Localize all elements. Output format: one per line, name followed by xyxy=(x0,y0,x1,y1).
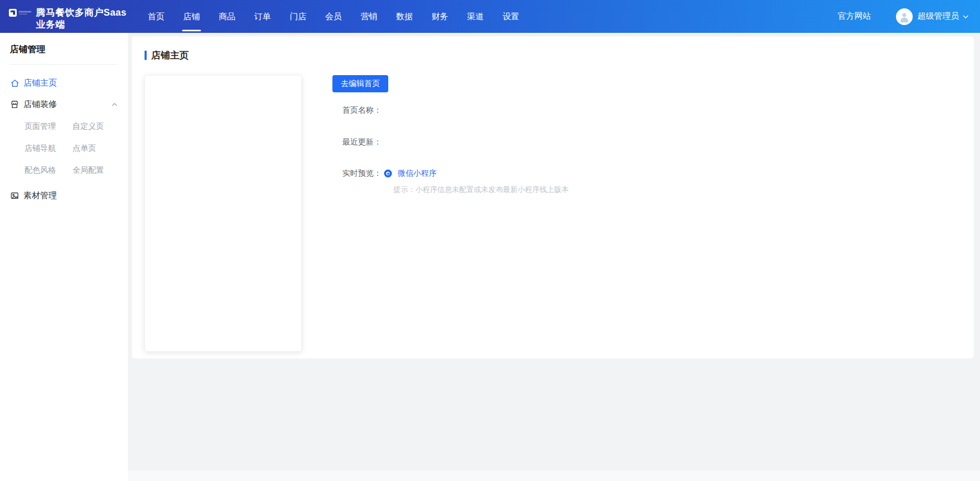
page-body: 店铺管理 店铺主页 店铺装修 xyxy=(0,33,980,481)
logo-icon xyxy=(9,9,17,17)
nav-item-orders[interactable]: 订单 xyxy=(253,0,272,33)
homepage-detail: 去编辑首页 首页名称： 最近更新： 实时预览： 微信小程序 提示：小程序信息未配… xyxy=(332,75,569,352)
nav-item-finance[interactable]: 财务 xyxy=(431,0,449,33)
brand: 腾马餐饮多商户Saas业务端 xyxy=(0,3,128,31)
logo-subtext xyxy=(19,11,31,15)
nav-item-settings[interactable]: 设置 xyxy=(501,0,520,33)
nav-item-data[interactable]: 数据 xyxy=(395,0,414,33)
home-name-label: 首页名称： xyxy=(342,105,569,115)
app-title: 腾马餐饮多商户Saas业务端 xyxy=(36,7,128,31)
image-icon xyxy=(10,191,19,200)
store-icon xyxy=(10,100,19,109)
edit-homepage-button[interactable]: 去编辑首页 xyxy=(332,75,388,92)
official-website-link[interactable]: 官方网站 xyxy=(838,11,871,22)
home-icon xyxy=(10,78,19,88)
chevron-down-icon[interactable] xyxy=(963,15,969,19)
nav-item-channels[interactable]: 渠道 xyxy=(466,0,485,33)
realtime-preview-row: 实时预览： 微信小程序 xyxy=(342,169,569,178)
sub-item-color-style[interactable]: 配色风格 xyxy=(25,165,73,175)
chevron-up-icon[interactable] xyxy=(112,103,117,106)
realtime-preview-label: 实时预览： xyxy=(342,169,381,178)
header-right: 官方网站 超级管理员 xyxy=(838,8,980,25)
user-icon xyxy=(899,11,910,22)
section-title: 店铺主页 xyxy=(145,49,974,62)
homepage-preview-panel xyxy=(145,75,302,352)
sub-item-order-page[interactable]: 点单页 xyxy=(73,143,117,153)
sidebar-submenu: 页面管理 自定义页 店铺导航 点单页 配色风格 全局配置 xyxy=(10,122,117,175)
wechat-miniprogram-link[interactable]: 微信小程序 xyxy=(398,169,437,178)
section-title-bar xyxy=(145,51,147,60)
last-update-label: 最近更新： xyxy=(342,137,569,147)
sidebar-item-shop-decoration[interactable]: 店铺装修 xyxy=(10,98,117,111)
sidebar-title: 店铺管理 xyxy=(10,43,117,55)
nav-item-stores[interactable]: 门店 xyxy=(289,0,307,33)
sidebar-divider xyxy=(10,64,117,65)
sidebar-item-label: 店铺主页 xyxy=(23,78,57,89)
sidebar-item-shop-homepage[interactable]: 店铺主页 xyxy=(10,77,117,89)
sub-item-shop-navigation[interactable]: 店铺导航 xyxy=(25,143,73,153)
sub-item-global-config[interactable]: 全局配置 xyxy=(73,165,117,175)
top-bar: 腾马餐饮多商户Saas业务端 首页 店铺 商品 订单 门店 会员 营销 数据 财… xyxy=(0,0,980,33)
main-area: 店铺主页 去编辑首页 首页名称： 最近更新： 实时预览： 微信小程序 提示：小程… xyxy=(128,33,980,481)
footer-strip xyxy=(128,471,980,481)
sub-item-page-management[interactable]: 页面管理 xyxy=(25,122,73,131)
nav-item-shop[interactable]: 店铺 xyxy=(182,0,201,33)
sub-item-custom-page[interactable]: 自定义页 xyxy=(73,122,117,131)
page-title: 店铺主页 xyxy=(151,49,189,62)
avatar[interactable] xyxy=(896,8,913,25)
sidebar: 店铺管理 店铺主页 店铺装修 xyxy=(0,33,128,481)
current-user-label[interactable]: 超级管理员 xyxy=(917,11,959,22)
nav-item-home[interactable]: 首页 xyxy=(147,0,165,33)
sidebar-item-label: 素材管理 xyxy=(23,190,57,201)
sidebar-item-label: 店铺装修 xyxy=(23,99,57,110)
miniprogram-hint: 提示：小程序信息未配置或未发布最新小程序线上版本 xyxy=(393,185,569,195)
nav-item-goods[interactable]: 商品 xyxy=(218,0,236,33)
logo xyxy=(9,9,31,17)
nav-item-members[interactable]: 会员 xyxy=(324,0,343,33)
sidebar-item-material-management[interactable]: 素材管理 xyxy=(10,189,117,202)
content-card: 店铺主页 去编辑首页 首页名称： 最近更新： 实时预览： 微信小程序 提示：小程… xyxy=(132,37,974,358)
wechat-miniprogram-radio[interactable] xyxy=(384,170,392,177)
main-nav: 首页 店铺 商品 订单 门店 会员 营销 数据 财务 渠道 设置 xyxy=(147,0,520,33)
nav-item-marketing[interactable]: 营销 xyxy=(360,0,378,33)
